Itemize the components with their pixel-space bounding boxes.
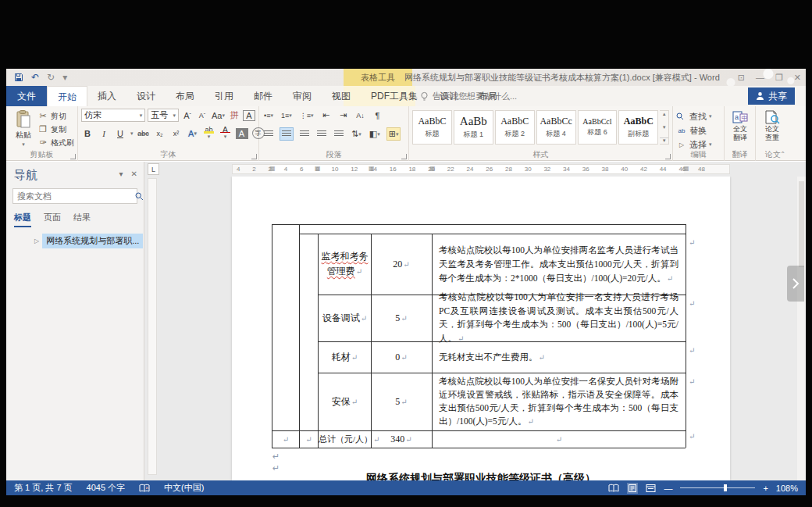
table-cell-cost[interactable]: 5↵ (372, 373, 431, 430)
phonetic-guide-button[interactable]: 拼 (228, 109, 240, 122)
borders-button[interactable]: ⊞▾ (386, 127, 401, 141)
tab-view[interactable]: 视图 (322, 86, 361, 106)
table-cell-empty[interactable]: ↵ (300, 431, 317, 447)
table-cell-item[interactable]: 监考和考务管理费↵ (319, 234, 371, 294)
table-cell-desc[interactable]: 无耗材支出不产生费用。↵ (433, 342, 685, 372)
zoom-out-button[interactable]: — (664, 484, 672, 493)
highlight-color-button[interactable]: ab ▾ (203, 127, 215, 140)
full-translate-button[interactable]: a中 全文 翻译 (728, 109, 753, 141)
style-item-heading4[interactable]: AaBbCc 标题 4 (536, 110, 576, 145)
tab-insert[interactable]: 插入 (87, 86, 126, 106)
minimize-icon[interactable]: — (756, 73, 764, 82)
restore-icon[interactable]: ❐ (775, 73, 783, 83)
page-canvas[interactable]: 监考和考务管理费↵ 20↵ 考核站点院校以每100人为单位安排两名监考人员进行考… (144, 177, 806, 480)
superscript-button[interactable]: x² (170, 127, 183, 140)
collapse-ribbon-icon[interactable]: ⌃ (780, 151, 785, 158)
nav-heading-item[interactable]: ▷ 网络系统规划与部署职... (34, 234, 143, 248)
table-cell-empty[interactable]: ↵ (433, 431, 685, 447)
vertical-ruler[interactable] (148, 178, 157, 475)
style-item-heading6[interactable]: AaBbCcl 标题 6 (578, 110, 618, 145)
styles-more-icon[interactable]: ▼ (660, 137, 668, 143)
tab-mailings[interactable]: 邮件 (244, 86, 283, 106)
clipboard-dialog-launcher-icon[interactable] (70, 154, 76, 159)
tab-pdf-tools[interactable]: PDF工具集 (361, 86, 428, 106)
numbering-button[interactable]: 1≡▾ (280, 109, 294, 122)
tab-home[interactable]: 开始 (47, 86, 87, 106)
styles-dialog-launcher-icon[interactable] (665, 154, 671, 159)
document-page[interactable]: 监考和考务管理费↵ 20↵ 考核站点院校以每100人为单位安排两名监考人员进行考… (232, 177, 730, 480)
zoom-percentage[interactable]: 108% (776, 484, 798, 493)
ruler-column-marker-icon[interactable]: ▦ (429, 165, 436, 172)
character-shading-button[interactable]: A (236, 128, 248, 139)
ruler-column-marker-icon[interactable]: ▦ (315, 165, 321, 172)
scrollbar-thumb[interactable] (799, 181, 804, 267)
nav-tab-headings[interactable]: 标题 (14, 212, 31, 227)
search-input[interactable] (13, 191, 132, 201)
paste-button[interactable]: 粘贴 ▾ (9, 109, 37, 150)
replace-button[interactable]: ab 替换 (676, 124, 721, 137)
character-border-button[interactable]: A (243, 110, 255, 121)
table-cell-total-value[interactable]: 340↵ (372, 431, 431, 447)
table-cell-cost[interactable]: 0↵ (372, 342, 431, 372)
page-indicator[interactable]: 第 1 页, 共 7 页 (14, 482, 73, 494)
show-marks-button[interactable]: ¶ (372, 109, 384, 122)
zoom-in-button[interactable]: + (763, 484, 767, 493)
italic-button[interactable]: I (98, 127, 110, 140)
proofing-status-icon[interactable] (139, 484, 150, 493)
nav-close-icon[interactable]: ✕ (131, 170, 137, 178)
bold-button[interactable]: B (81, 127, 94, 140)
font-color-button[interactable]: A ▾ (219, 127, 232, 140)
table-cell-empty[interactable]: ↵ (272, 431, 298, 447)
ribbon-display-options-icon[interactable]: ⊡ (738, 73, 745, 83)
align-right-button[interactable] (298, 127, 311, 141)
tab-file[interactable]: 文件 (6, 86, 47, 106)
undo-icon[interactable]: ↶ (31, 69, 39, 86)
table-cell-desc[interactable]: 考核站点院校以每100人为单位安排一名保安人员针对考场附近环境设置警戒线，张贴路… (433, 373, 685, 430)
distribute-button[interactable] (333, 127, 345, 141)
print-layout-icon[interactable] (627, 483, 638, 494)
style-item-subtitle[interactable]: AaBbC 副标题 (618, 110, 658, 145)
word-count[interactable]: 4045 个字 (87, 482, 126, 494)
underline-button[interactable]: U (114, 127, 126, 140)
horizontal-ruler[interactable]: L 4 2 2 4 6 8 10 12 14 16 18 20 22 24 26… (144, 162, 806, 177)
decrease-indent-button[interactable]: ⇤ (320, 109, 333, 122)
nav-tab-results[interactable]: 结果 (73, 212, 91, 227)
cut-button[interactable]: ✂ 剪切 (37, 110, 74, 122)
vertical-scrollbar[interactable] (797, 177, 806, 480)
align-center-button[interactable] (280, 127, 294, 141)
tab-references[interactable]: 引用 (205, 86, 244, 106)
paragraph-dialog-launcher-icon[interactable] (401, 154, 407, 159)
tab-review[interactable]: 审阅 (283, 86, 322, 106)
table-cell-cost[interactable]: 5↵ (372, 295, 431, 341)
font-size-combobox[interactable]: 五号 ▾ (148, 109, 179, 122)
tab-design[interactable]: 设计 (126, 86, 166, 106)
ruler-column-marker-icon[interactable]: ▦ (369, 165, 375, 172)
format-painter-button[interactable]: ✑ 格式刷 (37, 137, 74, 148)
table-cell-item[interactable]: 耗材↵ (319, 342, 371, 372)
zoom-slider-thumb[interactable] (724, 484, 727, 491)
share-button[interactable]: 共享 (748, 87, 795, 105)
sort-button[interactable]: A↓ (354, 109, 367, 122)
close-icon[interactable]: ✕ (794, 73, 801, 83)
zoom-slider[interactable] (680, 484, 755, 492)
styles-scroll-down-icon[interactable]: ▼ (662, 125, 667, 130)
ruler-column-marker-icon[interactable]: ▦ (683, 165, 689, 172)
style-item-title[interactable]: AaBbC 标题 (412, 110, 452, 145)
table-cell-cost[interactable]: 20↵ (372, 234, 431, 294)
table-cell-total-label[interactable]: 总计（元/人）↵ (319, 431, 373, 447)
line-spacing-button[interactable]: ⇅▾ (350, 127, 363, 141)
align-left-button[interactable] (262, 127, 275, 141)
strikethrough-button[interactable]: abc (137, 127, 150, 140)
font-dialog-launcher-icon[interactable] (251, 154, 257, 159)
table-cell-desc[interactable]: 考核站点院校以每100人为单位安排两名监考人员进行考试当天监考及考务管理工作。成… (433, 234, 685, 294)
table-cell-item[interactable]: 安保↵ (319, 373, 371, 430)
table-cell-desc[interactable]: 考核站点院校以每100人为单位安排一名支持人员进行考场PC及互联网连接设备调试及… (433, 295, 685, 341)
tab-selector[interactable]: L (148, 163, 159, 175)
expand-panel-button[interactable] (787, 266, 804, 302)
shrink-font-button[interactable]: Aˇ (196, 109, 208, 122)
table-cell-item[interactable]: 设备调试↵ (319, 295, 371, 341)
qat-customize-icon[interactable]: ▾ (62, 69, 67, 86)
language-indicator[interactable]: 中文(中国) (164, 482, 204, 494)
ruler-column-marker-icon[interactable]: ▦ (269, 165, 276, 172)
save-icon[interactable] (14, 73, 23, 82)
